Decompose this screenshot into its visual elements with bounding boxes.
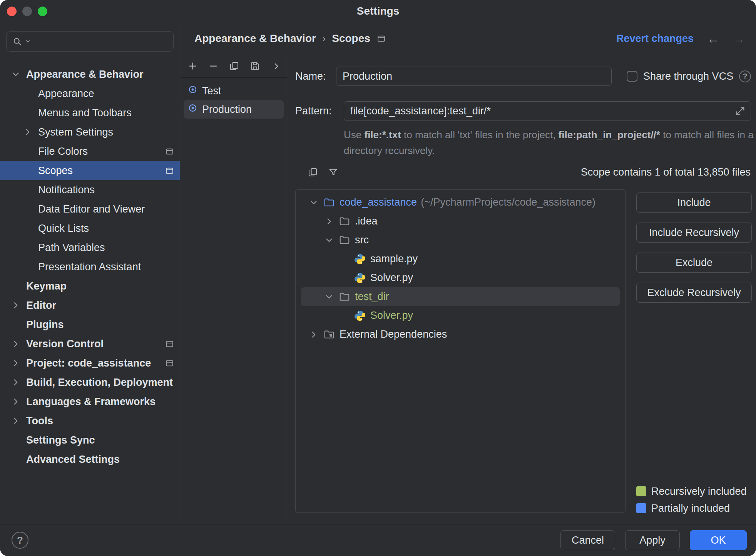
tree-item-solver-py-src[interactable]: Solver.py: [301, 268, 620, 287]
chevron-right-icon[interactable]: [324, 216, 339, 226]
sidebar-item-label: System Settings: [38, 126, 113, 138]
scope-item-production[interactable]: Production: [184, 100, 284, 119]
show-files-icon[interactable]: [308, 167, 318, 178]
pattern-label: Pattern:: [295, 101, 332, 121]
recursively-included-swatch: [636, 486, 646, 496]
library-folder-icon: [323, 329, 335, 340]
traffic-lights: [7, 7, 47, 16]
sidebar-item-advanced-settings[interactable]: Advanced Settings: [0, 450, 180, 469]
scope-item-test[interactable]: Test: [184, 82, 284, 100]
tree-item-external-dependencies[interactable]: External Dependencies: [301, 325, 620, 344]
sidebar-item-label: Quick Lists: [38, 223, 89, 234]
chevron-right-icon[interactable]: [309, 330, 323, 340]
settings-nav-list: Appearance & Behavior Appearance Menus a…: [0, 65, 180, 469]
minimize-window-button[interactable]: [22, 7, 32, 16]
filter-icon[interactable]: [328, 167, 338, 178]
chevron-right-icon: [11, 416, 26, 426]
tree-item-src[interactable]: src: [301, 231, 620, 250]
sidebar-item-quick-lists[interactable]: Quick Lists: [0, 219, 180, 238]
sidebar-item-label: Languages & Frameworks: [26, 396, 156, 408]
close-window-button[interactable]: [7, 7, 17, 16]
sidebar-item-path-variables[interactable]: Path Variables: [0, 238, 180, 257]
expand-panel-chevron-icon[interactable]: [271, 61, 281, 71]
revert-changes-link[interactable]: Revert changes: [616, 33, 694, 45]
tree-item-test-dir[interactable]: test_dir: [301, 287, 620, 306]
cancel-button[interactable]: Cancel: [560, 530, 615, 550]
sidebar-item-appearance-behavior[interactable]: Appearance & Behavior: [0, 65, 180, 84]
zoom-window-button[interactable]: [38, 7, 47, 16]
sidebar-item-label: Data Editor and Viewer: [38, 203, 145, 215]
sidebar-item-label: Notifications: [38, 184, 95, 196]
chevron-down-icon[interactable]: [324, 235, 339, 245]
screen-icon: [165, 339, 174, 349]
sidebar-item-label: Version Control: [26, 338, 104, 350]
expand-editor-icon[interactable]: [735, 106, 746, 119]
tree-item-sample-py[interactable]: sample.py: [301, 250, 620, 268]
help-icon[interactable]: ?: [12, 532, 28, 549]
search-history-chevron-icon: [25, 39, 31, 44]
include-recursively-button[interactable]: Include Recursively: [636, 223, 752, 243]
sidebar-item-label: Advanced Settings: [26, 454, 120, 466]
ok-button[interactable]: OK: [690, 530, 747, 550]
sidebar-item-file-colors[interactable]: File Colors: [0, 142, 180, 161]
chevron-down-icon[interactable]: [309, 198, 323, 208]
sidebar-item-appearance[interactable]: Appearance: [0, 84, 180, 103]
help-icon[interactable]: ?: [739, 70, 751, 82]
tree-item-label: src: [355, 234, 369, 246]
save-scope-button[interactable]: [250, 61, 260, 71]
sidebar-item-version-control[interactable]: Version Control: [0, 334, 180, 353]
remove-scope-button[interactable]: [208, 61, 219, 71]
copy-scope-button[interactable]: [229, 61, 239, 71]
add-scope-button[interactable]: [187, 61, 198, 71]
scope-pattern-input[interactable]: [344, 101, 751, 121]
exclude-button[interactable]: Exclude: [636, 253, 752, 273]
sidebar-item-keymap[interactable]: Keymap: [0, 276, 180, 296]
sidebar-item-notifications[interactable]: Notifications: [0, 180, 180, 199]
chevron-down-icon: [11, 69, 26, 79]
share-vcs-checkbox[interactable]: [627, 71, 637, 82]
partially-included-swatch: [636, 503, 646, 513]
sidebar-item-build-execution-deployment[interactable]: Build, Execution, Deployment: [0, 373, 180, 392]
scope-name-input[interactable]: [336, 67, 612, 86]
tree-item-label: test_dir: [355, 291, 389, 303]
scope-editor: Name: Share through VCS ? Pattern: Use f…: [288, 55, 756, 524]
sidebar-item-editor[interactable]: Editor: [0, 296, 180, 315]
sidebar-item-data-editor-and-viewer[interactable]: Data Editor and Viewer: [0, 199, 180, 219]
apply-button[interactable]: Apply: [625, 530, 680, 550]
exclude-recursively-button[interactable]: Exclude Recursively: [636, 283, 752, 303]
breadcrumb-parent[interactable]: Appearance & Behavior: [194, 32, 316, 45]
content-header: Appearance & Behavior › Scopes Revert ch…: [181, 22, 756, 55]
legend-label: Partially included: [651, 502, 730, 514]
sidebar-item-label: Appearance & Behavior: [26, 69, 144, 80]
sidebar-item-presentation-assistant[interactable]: Presentation Assistant: [0, 257, 180, 276]
sidebar-item-tools[interactable]: Tools: [0, 411, 180, 430]
include-button[interactable]: Include: [636, 193, 752, 213]
folder-icon: [323, 197, 335, 208]
search-icon: [12, 36, 23, 47]
chevron-right-icon: [11, 358, 26, 368]
sidebar-item-menus-and-toolbars[interactable]: Menus and Toolbars: [0, 103, 180, 122]
tree-item-path: (~/PycharmProjects/code_assistance): [421, 196, 595, 208]
sidebar-item-languages-frameworks[interactable]: Languages & Frameworks: [0, 392, 180, 411]
breadcrumb-current[interactable]: Scopes: [332, 32, 370, 45]
sidebar-item-scopes[interactable]: Scopes: [0, 161, 180, 180]
window-title: Settings: [357, 5, 399, 17]
chevron-right-icon: [11, 300, 26, 310]
settings-search-box[interactable]: [6, 31, 174, 52]
sidebar-item-system-settings[interactable]: System Settings: [0, 122, 180, 142]
sidebar-item-project-code-assistance[interactable]: Project: code_assistance: [0, 353, 180, 373]
settings-search-input[interactable]: [33, 35, 168, 47]
tree-item-solver-py-test-dir[interactable]: Solver.py: [301, 306, 620, 325]
share-vcs-label: Share through VCS: [643, 70, 733, 82]
back-arrow-icon[interactable]: ←: [707, 32, 719, 45]
forward-arrow-icon[interactable]: →: [733, 32, 745, 45]
chevron-right-icon: [23, 127, 38, 137]
scope-list: Test Production: [181, 82, 287, 119]
tree-item-code-assistance[interactable]: code_assistance (~/PycharmProjects/code_…: [301, 193, 620, 212]
chevron-down-icon[interactable]: [324, 292, 339, 302]
scopes-toolbar: [181, 55, 287, 78]
folder-icon: [339, 291, 350, 303]
sidebar-item-settings-sync[interactable]: Settings Sync: [0, 430, 180, 450]
sidebar-item-plugins[interactable]: Plugins: [0, 315, 180, 334]
tree-item-idea[interactable]: .idea: [301, 212, 620, 231]
